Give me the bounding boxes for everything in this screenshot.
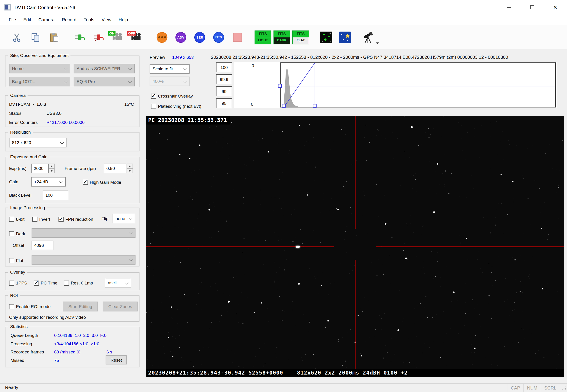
checkbox-icon[interactable] [9, 231, 14, 236]
dark-checkbox[interactable]: Dark [9, 230, 25, 237]
zoom-select: 400% [150, 77, 189, 86]
group-title: Exposure and Gain [8, 154, 49, 159]
percentile-95-button[interactable]: 95 [216, 98, 232, 108]
resize-grip[interactable] [562, 386, 567, 391]
menu-item-tools[interactable]: Tools [80, 14, 98, 25]
group-resolution: Resolution 812 x 620 [5, 132, 139, 151]
connect-button[interactable] [71, 28, 89, 47]
histogram-plot[interactable] [234, 62, 557, 108]
percentile-99-button[interactable]: 99 [216, 86, 232, 96]
group-site-observer-equipment: Site, Observer and Equipment Home Andrea… [5, 56, 139, 87]
spin-down-icon[interactable] [49, 168, 55, 173]
fits-dark-button[interactable]: FITS DARK [273, 28, 291, 47]
processing-value: <3/4:104186 <1:0 >1:0 [54, 340, 99, 347]
missed-value: 75 [54, 357, 59, 364]
crosshair-overlay-checkbox[interactable]: Crosshair Overlay [151, 93, 193, 99]
checkbox-checked-icon[interactable] [58, 217, 64, 222]
group-title: Overlay [8, 270, 27, 275]
telescope-select: Borg 107FL [9, 77, 70, 86]
exposure-spinner[interactable] [49, 164, 55, 173]
preview-label: Preview [150, 54, 165, 61]
camera-on-button[interactable]: ON [109, 28, 126, 47]
disconnect-button[interactable] [90, 28, 108, 47]
statusbar: Ready CAP NUM SCRL [0, 383, 567, 392]
checkbox-icon[interactable] [9, 281, 14, 286]
copy-button[interactable] [27, 28, 44, 47]
exposure-input[interactable]: 2000 [31, 164, 49, 173]
menu-item-record[interactable]: Record [58, 14, 80, 25]
high-gain-checkbox[interactable]: High Gain Mode [83, 179, 121, 186]
checkbox-checked-icon[interactable] [151, 94, 156, 99]
platesolve-button[interactable] [317, 28, 335, 47]
menu-item-edit[interactable]: Edit [20, 14, 35, 25]
checkbox-icon[interactable] [32, 217, 37, 222]
maximize-button[interactable] [521, 0, 544, 14]
error-counters-value: P4217:000 L0:0000 [46, 119, 85, 126]
paste-button[interactable] [46, 28, 63, 47]
exposure-label: Exp (ms) [9, 164, 27, 173]
record-adv-button[interactable]: ADV [172, 28, 189, 47]
telescope-button[interactable] [362, 28, 379, 47]
preview-size: 1049 x 653 [172, 54, 194, 61]
spin-up-icon[interactable] [49, 164, 55, 168]
telescope-icon [362, 31, 375, 44]
sky-chart-button[interactable] [336, 28, 354, 47]
res-01ms-checkbox[interactable]: Res. 0.1ms [64, 280, 93, 287]
pc-time-checkbox[interactable]: PC Time [34, 280, 58, 287]
menu-item-camera[interactable]: Camera [35, 14, 58, 25]
recorded-frames-label: Recorded frames [10, 349, 44, 355]
frame-rate-spinner[interactable] [127, 164, 133, 173]
fpn-reduction-checkbox[interactable]: FPN reduction [58, 216, 93, 223]
percentile-99-9-button[interactable]: 99.9 [216, 74, 232, 84]
platesolving-checkbox[interactable]: Platesolving (next Evt) [151, 103, 201, 110]
checkbox-icon[interactable] [64, 281, 69, 286]
gain-select[interactable]: +24 dB [31, 177, 66, 187]
8bit-checkbox[interactable]: 8-bit [9, 216, 25, 223]
fits-dark-icon: FITS DARK [274, 30, 290, 44]
overlay-format-select[interactable]: ascii [105, 278, 131, 288]
checkbox-checked-icon[interactable] [83, 180, 88, 185]
black-level-input[interactable]: 100 [43, 191, 68, 200]
pc-time-overlay: PC 20230208 21:35:33.371 [146, 116, 230, 125]
flat-checkbox[interactable]: Flat [9, 257, 23, 264]
resolution-select[interactable]: 812 x 620 [9, 138, 67, 147]
checkbox-icon[interactable] [9, 217, 14, 222]
spin-up-icon[interactable] [127, 164, 133, 168]
offset-input[interactable]: 4096 [31, 241, 53, 250]
flip-label: Flip [101, 214, 108, 223]
histogram-panel: 0 0 256 - 7367 [234, 62, 557, 108]
chevron-down-icon [64, 67, 67, 70]
chevron-down-icon[interactable] [376, 42, 379, 44]
fits-flat-button[interactable]: FITS FLAT [292, 28, 309, 47]
night-sky-icon [339, 31, 351, 43]
menu-item-file[interactable]: File [5, 14, 19, 25]
checkbox-icon[interactable] [9, 304, 14, 309]
checkbox-checked-icon[interactable] [34, 281, 39, 286]
menu-item-help[interactable]: Help [115, 14, 131, 25]
menu-item-view[interactable]: View [98, 14, 115, 25]
reset-button[interactable]: Reset [106, 355, 127, 364]
camera-model: DVTI-CAM - 1.0.3 [9, 101, 46, 108]
frame-rate-label: Frame rate (fps) [65, 164, 96, 173]
scale-mode-select[interactable]: Scale to fit [150, 64, 189, 74]
camera-off-button[interactable]: OFF [128, 28, 145, 47]
close-button[interactable]: ✕ [544, 0, 567, 14]
record-options-button[interactable] [153, 28, 171, 47]
checkbox-icon[interactable] [151, 104, 156, 109]
frame-rate-input[interactable]: 0.50 [104, 164, 126, 173]
record-ser-button[interactable]: SER [191, 28, 209, 47]
percentile-100-button[interactable]: 100 [216, 62, 232, 72]
1pps-checkbox[interactable]: 1PPS [9, 280, 27, 287]
stop-button[interactable] [229, 28, 246, 47]
fits-light-button[interactable]: FITS LIGHT [254, 28, 272, 47]
checkbox-icon[interactable] [9, 258, 14, 263]
clear-zones-button: Clear Zones [103, 302, 138, 311]
cut-button[interactable] [8, 28, 25, 47]
enable-roi-checkbox[interactable]: Enable ROI mode [9, 304, 51, 310]
close-icon: ✕ [553, 5, 557, 10]
flip-select[interactable]: none [113, 214, 135, 223]
record-fits-button[interactable]: FITS [210, 28, 227, 47]
invert-checkbox[interactable]: Invert [32, 216, 50, 223]
spin-down-icon[interactable] [127, 168, 133, 173]
minimize-button[interactable] [497, 0, 520, 14]
